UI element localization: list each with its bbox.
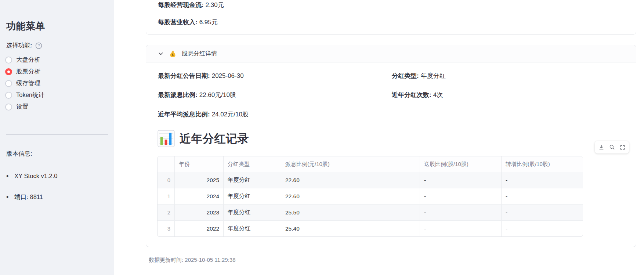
metric-label: 每股经营现金流: bbox=[158, 1, 204, 8]
column-header-bonus[interactable]: 送股比例(股/10股) bbox=[420, 156, 501, 172]
detail-value: 22.60元/10股 bbox=[199, 91, 236, 98]
svg-text:$: $ bbox=[172, 53, 174, 57]
radio-label: 缓存管理 bbox=[16, 79, 40, 87]
detail-dividend-count: 近年分红次数:4次 bbox=[392, 91, 443, 99]
detail-dividend-type: 分红类型:年度分红 bbox=[392, 72, 446, 80]
version-item-app: • XY Stock v1.2.0 bbox=[6, 173, 57, 180]
cell-year: 2022 bbox=[174, 221, 223, 236]
detail-value: 2025-06-30 bbox=[212, 72, 244, 79]
select-function-label: 选择功能: bbox=[6, 41, 32, 50]
download-icon[interactable] bbox=[598, 144, 604, 150]
cell-bonus: - bbox=[420, 188, 501, 204]
cell-bonus: - bbox=[420, 221, 501, 236]
version-info-title: 版本信息: bbox=[6, 150, 32, 158]
detail-latest-announce-date: 最新分红公告日期:2025-06-30 bbox=[158, 72, 244, 80]
version-item-label: XY Stock v1.2.0 bbox=[14, 173, 57, 180]
table-header-row: 年份 分红类型 派息比例(元/10股) 送股比例(股/10股) 转增比例(股/1… bbox=[158, 156, 583, 172]
metric-revenue-per-share: 每股营业收入:6.95元 bbox=[158, 18, 218, 26]
cell-payout: 22.60 bbox=[281, 172, 420, 188]
cell-year: 2024 bbox=[174, 188, 223, 204]
help-icon[interactable]: ? bbox=[35, 42, 42, 49]
detail-value: 4次 bbox=[433, 91, 443, 98]
radio-option-stock-analysis[interactable]: 股票分析 bbox=[5, 66, 44, 77]
cell-payout: 25.40 bbox=[281, 221, 420, 236]
radio-label: Token统计 bbox=[16, 91, 44, 99]
cell-bonus: - bbox=[420, 172, 501, 188]
app-root: 功能菜单 选择功能: ? 大盘分析 股票分析 缓存管理 T bbox=[0, 0, 644, 275]
metric-label: 每股营业收入: bbox=[158, 19, 198, 26]
cell-type: 年度分红 bbox=[223, 205, 281, 220]
cell-transfer: - bbox=[501, 172, 583, 188]
cell-index: 3 bbox=[158, 221, 174, 236]
cell-transfer: - bbox=[501, 221, 583, 236]
sidebar: 功能菜单 选择功能: ? 大盘分析 股票分析 缓存管理 T bbox=[0, 0, 114, 275]
function-radio-group: 大盘分析 股票分析 缓存管理 Token统计 设置 bbox=[5, 54, 44, 113]
sidebar-title: 功能菜单 bbox=[6, 20, 45, 33]
cell-transfer: - bbox=[501, 205, 583, 220]
data-update-caption: 数据更新时间: 2025-10-05 11:29:38 bbox=[149, 257, 236, 264]
detail-label: 分红类型: bbox=[392, 72, 419, 79]
fullscreen-icon[interactable] bbox=[620, 145, 625, 150]
table-toolbar bbox=[595, 141, 629, 153]
metric-operating-cashflow: 每股经营现金流:2.30元 bbox=[158, 1, 224, 9]
cell-year: 2025 bbox=[174, 172, 223, 188]
cell-index: 1 bbox=[158, 188, 174, 204]
metric-value: 6.95元 bbox=[199, 19, 218, 26]
detail-label: 近年分红次数: bbox=[392, 91, 431, 98]
column-header-transfer[interactable]: 转增比例(股/10股) bbox=[501, 156, 583, 172]
dividend-records-table[interactable]: 年份 分红类型 派息比例(元/10股) 送股比例(股/10股) 转增比例(股/1… bbox=[157, 156, 583, 237]
bullet-icon: • bbox=[6, 194, 8, 200]
sidebar-divider bbox=[6, 134, 108, 135]
version-item-label: 端口: 8811 bbox=[14, 193, 43, 201]
column-header-index[interactable] bbox=[158, 156, 174, 172]
dividend-expander-header[interactable]: $ 股息分红详情 bbox=[146, 45, 636, 62]
detail-label: 最新派息比例: bbox=[158, 91, 198, 98]
radio-option-cache-management[interactable]: 缓存管理 bbox=[5, 77, 44, 89]
table-row: 0 2025 年度分红 22.60 - - bbox=[158, 172, 583, 188]
cell-type: 年度分红 bbox=[223, 188, 281, 204]
radio-label: 股票分析 bbox=[16, 68, 40, 76]
radio-label: 大盘分析 bbox=[16, 56, 40, 64]
cell-year: 2023 bbox=[174, 205, 223, 220]
column-header-year[interactable]: 年份 bbox=[174, 156, 223, 172]
cell-bonus: - bbox=[420, 205, 501, 220]
svg-text:?: ? bbox=[37, 43, 40, 48]
cell-payout: 22.60 bbox=[281, 188, 420, 204]
detail-value: 年度分红 bbox=[421, 72, 446, 79]
radio-icon bbox=[5, 80, 12, 87]
records-heading-text: 近年分红记录 bbox=[180, 131, 249, 146]
radio-option-market-analysis[interactable]: 大盘分析 bbox=[5, 54, 44, 66]
records-heading: 近年分红记录 bbox=[158, 130, 249, 147]
metric-value: 2.30元 bbox=[206, 1, 224, 8]
cell-transfer: - bbox=[501, 188, 583, 204]
radio-option-token-stats[interactable]: Token统计 bbox=[5, 89, 44, 101]
detail-average-payout-ratio: 近年平均派息比例:24.02元/10股 bbox=[158, 110, 249, 119]
column-header-type[interactable]: 分红类型 bbox=[223, 156, 281, 172]
radio-label: 设置 bbox=[16, 103, 28, 111]
bullet-icon: • bbox=[6, 173, 8, 180]
table-row: 1 2024 年度分红 22.60 - - bbox=[158, 188, 583, 204]
chevron-down-icon bbox=[158, 51, 164, 57]
radio-icon bbox=[5, 104, 12, 111]
column-header-payout[interactable]: 派息比例(元/10股) bbox=[281, 156, 420, 172]
select-function-row: 选择功能: ? bbox=[6, 41, 42, 50]
detail-label: 最新分红公告日期: bbox=[158, 72, 210, 79]
search-icon[interactable] bbox=[609, 144, 615, 150]
cell-index: 2 bbox=[158, 205, 174, 220]
cell-type: 年度分红 bbox=[223, 221, 281, 236]
bar-chart-icon bbox=[158, 130, 175, 147]
dividend-expander-title: 股息分红详情 bbox=[182, 50, 217, 58]
radio-option-settings[interactable]: 设置 bbox=[5, 101, 44, 113]
table-row: 3 2022 年度分红 25.40 - - bbox=[158, 220, 583, 236]
cell-type: 年度分红 bbox=[223, 172, 281, 188]
cell-payout: 25.50 bbox=[281, 205, 420, 220]
table-row: 2 2023 年度分红 25.50 - - bbox=[158, 204, 583, 220]
radio-checked-icon bbox=[5, 68, 12, 75]
version-item-port: • 端口: 8811 bbox=[6, 193, 43, 201]
radio-icon bbox=[5, 92, 12, 99]
money-bag-icon: $ bbox=[169, 50, 177, 58]
detail-latest-payout-ratio: 最新派息比例:22.60元/10股 bbox=[158, 91, 236, 99]
detail-label: 近年平均派息比例: bbox=[158, 111, 210, 118]
radio-icon bbox=[5, 57, 12, 64]
cell-index: 0 bbox=[158, 172, 174, 188]
